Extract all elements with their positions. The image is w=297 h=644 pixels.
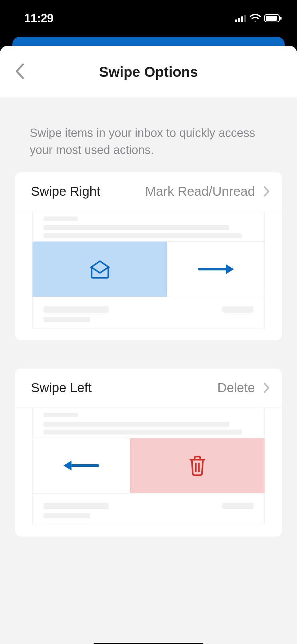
cellular-icon [235, 15, 246, 22]
svg-marker-8 [226, 264, 234, 274]
swipe-right-preview [15, 211, 282, 340]
swipe-right-card: Swipe Right Mark Read/Unread [15, 172, 282, 340]
back-button[interactable] [15, 63, 24, 81]
chevron-left-icon [15, 63, 24, 79]
svg-rect-0 [235, 20, 237, 22]
home-indicator[interactable] [93, 643, 204, 644]
battery-icon [264, 14, 282, 22]
swipe-left-value: Delete [217, 380, 255, 395]
svg-rect-1 [238, 18, 240, 22]
swipe-right-row[interactable]: Swipe Right Mark Read/Unread [15, 172, 282, 211]
page-title: Swipe Options [0, 64, 297, 80]
content-area: Swipe items in your inbox to quickly acc… [0, 98, 297, 644]
swipe-right-content-area [167, 242, 265, 297]
status-bar: 11:29 [0, 0, 297, 37]
status-time: 11:29 [24, 12, 54, 25]
hint-text: Swipe items in your inbox to quickly acc… [0, 98, 297, 172]
svg-rect-5 [266, 16, 277, 21]
wifi-icon [249, 14, 261, 22]
swipe-left-card: Swipe Left Delete [15, 369, 282, 537]
trash-icon [187, 455, 208, 476]
swipe-right-action-area [32, 242, 167, 297]
svg-rect-2 [241, 16, 243, 22]
chevron-right-icon [264, 383, 270, 393]
chevron-right-icon [264, 186, 270, 197]
svg-marker-10 [63, 461, 71, 471]
svg-rect-3 [244, 15, 246, 22]
swipe-left-row[interactable]: Swipe Left Delete [15, 369, 282, 407]
swipe-left-action-area [130, 438, 265, 493]
arrow-right-icon [197, 263, 235, 275]
swipe-left-preview [15, 407, 282, 537]
swipe-right-value: Mark Read/Unread [145, 184, 255, 199]
arrow-left-icon [63, 459, 100, 472]
status-icons [235, 14, 282, 22]
nav-bar: Swipe Options [0, 46, 297, 98]
swipe-right-label: Swipe Right [31, 184, 100, 199]
mail-open-icon [89, 259, 111, 279]
svg-rect-6 [280, 17, 282, 20]
swipe-left-content-area [32, 438, 130, 493]
settings-sheet: Swipe Options Swipe items in your inbox … [0, 46, 297, 644]
swipe-left-label: Swipe Left [31, 380, 92, 395]
